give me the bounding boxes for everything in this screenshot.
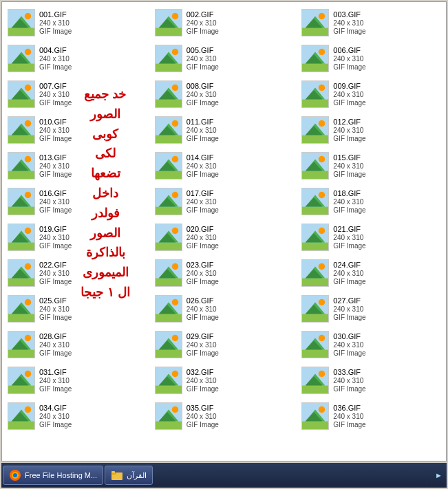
list-item[interactable]: 014.GIF 240 x 310 GIF Image (151, 148, 298, 184)
svg-rect-156 (156, 386, 182, 393)
file-thumbnail (301, 9, 329, 36)
svg-rect-26 (302, 64, 328, 72)
svg-point-29 (319, 49, 326, 56)
file-name: 009.GIF (333, 82, 365, 90)
svg-rect-91 (8, 243, 34, 250)
list-item[interactable]: 026.GIF 240 x 310 GIF Image (151, 291, 298, 327)
file-size: 240 x 310 (39, 270, 72, 277)
file-type: GIF Image (333, 349, 365, 357)
svg-point-109 (25, 263, 32, 270)
list-item[interactable]: 018.GIF 240 x 310 GIF Image (297, 184, 445, 219)
svg-rect-86 (302, 207, 328, 215)
file-thumbnail (155, 152, 182, 180)
file-info: 018.GIF 240 x 310 GIF Image (333, 189, 365, 214)
svg-point-89 (319, 192, 326, 199)
svg-rect-171 (156, 422, 182, 429)
file-type: GIF Image (39, 171, 72, 178)
file-type: GIF Image (186, 349, 219, 357)
svg-rect-56 (302, 135, 328, 143)
file-thumbnail (155, 9, 182, 36)
list-item[interactable]: 015.GIF 240 x 310 GIF Image (297, 148, 445, 184)
list-item[interactable]: 002.GIF 240 x 310 GIF Image (151, 5, 298, 41)
list-item[interactable]: 029.GIF 240 x 310 GIF Image (151, 327, 298, 362)
file-size: 240 x 310 (333, 162, 365, 170)
file-thumbnail (8, 331, 35, 358)
file-type: GIF Image (333, 63, 365, 71)
file-type: GIF Image (39, 314, 72, 321)
svg-point-104 (319, 228, 326, 235)
list-item[interactable]: 017.GIF 240 x 310 GIF Image (151, 184, 298, 219)
list-item[interactable]: 004.GIF 240 x 310 GIF Image (3, 41, 151, 76)
list-item[interactable]: 034.GIF 240 x 310 GIF Image (3, 398, 151, 434)
list-item[interactable]: 030.GIF 240 x 310 GIF Image (297, 327, 445, 362)
svg-rect-46 (8, 135, 34, 143)
list-item[interactable]: 024.GIF 240 x 310 GIF Image (297, 255, 445, 291)
list-item[interactable]: 016.GIF 240 x 310 GIF Image (3, 184, 151, 219)
list-item[interactable]: 032.GIF 240 x 310 GIF Image (151, 362, 298, 398)
list-item[interactable]: 027.GIF 240 x 310 GIF Image (297, 291, 445, 327)
list-item[interactable]: 021.GIF 240 x 310 GIF Image (297, 219, 445, 255)
list-item[interactable]: 035.GIF 240 x 310 GIF Image (151, 398, 298, 434)
file-size: 240 x 310 (39, 162, 72, 170)
list-item[interactable]: 001.GIF 240 x 310 GIF Image (3, 5, 151, 41)
list-item[interactable]: 025.GIF 240 x 310 GIF Image (3, 291, 151, 327)
file-name: 033.GIF (333, 368, 365, 376)
taskbar-btn-quran[interactable]: القرآن (105, 466, 153, 485)
svg-point-54 (171, 120, 178, 127)
list-item[interactable]: 010.GIF 240 x 310 GIF Image (3, 112, 151, 148)
file-list-container[interactable]: 001.GIF 240 x 310 GIF Image (2, 2, 446, 461)
svg-rect-121 (8, 314, 34, 322)
list-item[interactable]: 005.GIF 240 x 310 GIF Image (151, 41, 298, 76)
svg-point-74 (319, 156, 326, 163)
file-type: GIF Image (39, 278, 72, 285)
file-size: 240 x 310 (333, 19, 365, 27)
list-item[interactable]: 022.GIF 240 x 310 GIF Image (3, 255, 151, 291)
list-item[interactable]: 003.GIF 240 x 310 GIF Image (297, 5, 445, 41)
list-item[interactable]: 036.GIF 240 x 310 GIF Image (297, 398, 445, 434)
file-size: 240 x 310 (333, 377, 365, 384)
list-item[interactable]: 031.GIF 240 x 310 GIF Image (3, 362, 151, 398)
file-type: GIF Image (333, 135, 365, 142)
list-item[interactable]: 011.GIF 240 x 310 GIF Image (151, 112, 298, 148)
svg-rect-126 (156, 314, 182, 322)
file-thumbnail (301, 45, 329, 72)
list-item[interactable]: 028.GIF 240 x 310 GIF Image (3, 327, 151, 362)
file-name: 028.GIF (39, 332, 72, 340)
list-item[interactable]: 023.GIF 240 x 310 GIF Image (151, 255, 298, 291)
svg-point-99 (171, 228, 178, 235)
svg-point-164 (319, 371, 326, 378)
svg-point-69 (171, 156, 178, 163)
svg-point-49 (25, 120, 32, 127)
file-type: GIF Image (333, 314, 365, 321)
list-item[interactable]: 033.GIF 240 x 310 GIF Image (297, 362, 445, 398)
list-item[interactable]: 020.GIF 240 x 310 GIF Image (151, 219, 298, 255)
file-type: GIF Image (333, 242, 365, 250)
file-type: GIF Image (333, 99, 365, 107)
svg-point-9 (171, 13, 178, 20)
list-item[interactable]: 009.GIF 240 x 310 GIF Image (297, 76, 445, 112)
file-thumbnail (301, 367, 329, 394)
list-item[interactable]: 006.GIF 240 x 310 GIF Image (297, 41, 445, 76)
file-thumbnail (155, 80, 182, 108)
list-item[interactable]: 007.GIF 240 x 310 GIF Image (3, 76, 151, 112)
file-type: GIF Image (186, 206, 219, 214)
file-info: 003.GIF 240 x 310 GIF Image (333, 10, 365, 35)
file-type: GIF Image (39, 63, 72, 71)
file-thumbnail (301, 116, 329, 144)
file-name: 001.GIF (39, 10, 72, 19)
svg-rect-61 (8, 171, 34, 179)
list-item[interactable]: 019.GIF 240 x 310 GIF Image (3, 219, 151, 255)
list-item[interactable]: 008.GIF 240 x 310 GIF Image (151, 76, 298, 112)
taskbar-btn-firefox[interactable]: Free File Hosting M... (3, 466, 103, 485)
file-grid: 001.GIF 240 x 310 GIF Image (3, 5, 445, 434)
svg-rect-71 (302, 171, 328, 179)
file-thumbnail (155, 402, 182, 430)
list-item[interactable]: 012.GIF 240 x 310 GIF Image (297, 112, 445, 148)
file-thumbnail (155, 188, 182, 215)
list-item[interactable]: 013.GIF 240 x 310 GIF Image (3, 148, 151, 184)
file-type: GIF Image (186, 63, 219, 71)
file-size: 240 x 310 (39, 341, 72, 349)
file-size: 240 x 310 (39, 377, 72, 384)
svg-point-154 (25, 371, 32, 378)
file-name: 013.GIF (39, 153, 72, 162)
